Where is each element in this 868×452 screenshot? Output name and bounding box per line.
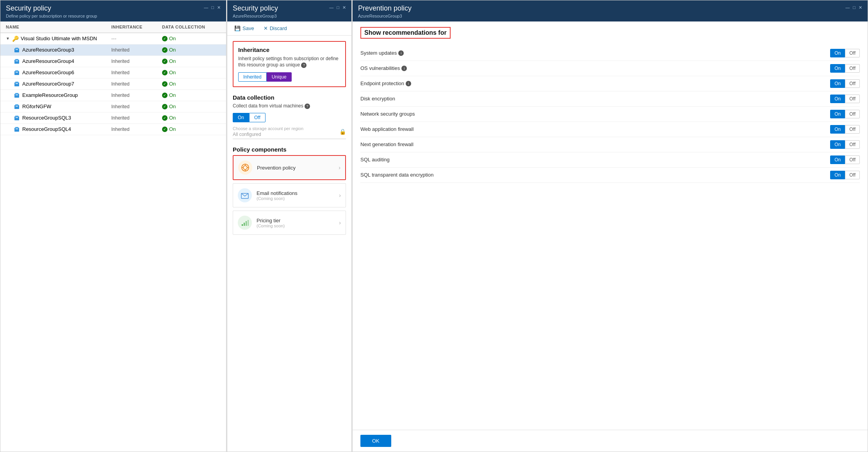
table-row[interactable]: AzureResourceGroup6 Inherited ✓ On bbox=[0, 67, 226, 79]
table-row[interactable]: ▼ 🔑 Visual Studio Ultimate with MSDN ---… bbox=[0, 33, 226, 45]
maximize-icon[interactable]: □ bbox=[337, 5, 339, 10]
svg-rect-14 bbox=[16, 95, 18, 95]
recommendation-row: Web application firewall On Off bbox=[360, 122, 860, 137]
recommendation-row: System updates i On Off bbox=[360, 46, 860, 61]
inheritance-section: Inheritance Inherit policy settings from… bbox=[233, 41, 346, 88]
prevention-policy-item[interactable]: Prevention policy › bbox=[233, 155, 346, 180]
panel2-toolbar: 💾 Save ✕ Discard bbox=[227, 21, 351, 36]
rec-on-button[interactable]: On bbox=[830, 125, 845, 134]
svg-rect-31 bbox=[242, 224, 243, 226]
pricing-tier-label: Pricing tier (Coming soon) bbox=[257, 218, 334, 228]
info-icon[interactable]: i bbox=[401, 66, 407, 71]
info-icon[interactable]: i bbox=[398, 50, 404, 56]
data-collection-off-button[interactable]: Off bbox=[249, 113, 266, 122]
storage-value: All configured bbox=[233, 132, 303, 137]
discard-icon: ✕ bbox=[264, 25, 268, 31]
resource-group-icon bbox=[14, 47, 20, 53]
close-icon[interactable]: ✕ bbox=[859, 5, 862, 10]
pricing-tier-item[interactable]: Pricing tier (Coming soon) › bbox=[233, 211, 346, 235]
inheritance-description: Inherit policy settings from subscriptio… bbox=[238, 55, 340, 69]
recommendation-row: Disk encryption On Off bbox=[360, 91, 860, 107]
rec-off-button[interactable]: Off bbox=[845, 110, 860, 118]
rec-off-button[interactable]: Off bbox=[845, 125, 860, 134]
row-status: ✓ On bbox=[162, 115, 221, 121]
check-icon: ✓ bbox=[162, 127, 168, 132]
email-notifications-chevron: › bbox=[339, 192, 341, 198]
row-status: ✓ On bbox=[162, 126, 221, 132]
check-icon: ✓ bbox=[162, 36, 168, 41]
minimize-icon[interactable]: — bbox=[329, 5, 333, 10]
panel2-window-controls: — □ ✕ bbox=[329, 5, 346, 10]
minimize-icon[interactable]: — bbox=[845, 5, 850, 10]
table-row[interactable]: ExampleResourceGroup Inherited ✓ On bbox=[0, 90, 226, 101]
maximize-icon[interactable]: □ bbox=[853, 5, 856, 10]
storage-label: Choose a storage account per region bbox=[233, 126, 303, 131]
row-inheritance: Inherited bbox=[111, 70, 162, 75]
svg-rect-20 bbox=[16, 117, 18, 118]
rec-label: Disk encryption bbox=[360, 96, 395, 102]
rec-off-button[interactable]: Off bbox=[845, 95, 860, 103]
minimize-icon[interactable]: — bbox=[204, 5, 208, 10]
discard-button[interactable]: ✕ Discard bbox=[262, 25, 289, 32]
row-status-label: On bbox=[169, 58, 176, 64]
rec-off-button[interactable]: Off bbox=[845, 79, 860, 88]
inheritance-help-icon[interactable]: ? bbox=[301, 63, 307, 68]
close-icon[interactable]: ✕ bbox=[217, 5, 221, 10]
row-label: AzureResourceGroup6 bbox=[22, 70, 74, 75]
table-row[interactable]: AzureResourceGroup7 Inherited ✓ On bbox=[0, 79, 226, 90]
rec-on-button[interactable]: On bbox=[830, 95, 845, 103]
table-row[interactable]: RGforNGFW Inherited ✓ On bbox=[0, 101, 226, 113]
inheritance-toggle-row: Inherited Unique bbox=[238, 72, 340, 82]
unique-button[interactable]: Unique bbox=[267, 72, 292, 82]
svg-point-25 bbox=[243, 166, 247, 170]
email-notifications-item[interactable]: Email notifications (Coming soon) › bbox=[233, 183, 346, 207]
panel1-window-controls: — □ ✕ bbox=[204, 5, 221, 10]
rec-on-button[interactable]: On bbox=[830, 171, 845, 179]
close-icon[interactable]: ✕ bbox=[342, 5, 346, 10]
rec-on-button[interactable]: On bbox=[830, 140, 845, 149]
data-collection-help-icon[interactable]: ? bbox=[305, 104, 310, 109]
rec-off-button[interactable]: Off bbox=[845, 140, 860, 149]
svg-rect-7 bbox=[15, 70, 18, 72]
rec-toggle: On Off bbox=[830, 49, 860, 57]
rec-on-button[interactable]: On bbox=[830, 155, 845, 164]
resource-group-icon bbox=[14, 115, 20, 121]
table-row[interactable]: ResourceGroupSQL3 Inherited ✓ On bbox=[0, 113, 226, 124]
ok-button[interactable]: OK bbox=[360, 435, 391, 447]
info-icon[interactable]: i bbox=[406, 81, 411, 86]
check-icon: ✓ bbox=[162, 59, 168, 64]
rec-off-button[interactable]: Off bbox=[845, 171, 860, 179]
rec-off-button[interactable]: Off bbox=[845, 155, 860, 164]
panel2-header: Security policy AzureResourceGroup3 — □ … bbox=[227, 0, 351, 21]
inherited-button[interactable]: Inherited bbox=[238, 72, 267, 82]
rec-toggle: On Off bbox=[830, 79, 860, 88]
row-label: AzureResourceGroup3 bbox=[22, 47, 74, 53]
show-recommendations-title: Show recommendations for bbox=[360, 27, 451, 39]
rec-on-button[interactable]: On bbox=[830, 49, 845, 57]
rec-off-button[interactable]: Off bbox=[845, 64, 860, 73]
rec-on-button[interactable]: On bbox=[830, 79, 845, 88]
panel2-content: Inheritance Inherit policy settings from… bbox=[227, 36, 351, 452]
rec-on-button[interactable]: On bbox=[830, 64, 845, 73]
rec-toggle: On Off bbox=[830, 125, 860, 134]
resource-group-table: NAME INHERITANCE DATA COLLECTION ▼ 🔑 Vis… bbox=[0, 21, 226, 452]
rec-on-button[interactable]: On bbox=[830, 110, 845, 118]
row-status-label: On bbox=[169, 104, 176, 109]
table-row[interactable]: AzureResourceGroup4 Inherited ✓ On bbox=[0, 56, 226, 67]
rec-off-button[interactable]: Off bbox=[845, 49, 860, 57]
row-status: ✓ On bbox=[162, 58, 221, 64]
data-collection-on-button[interactable]: On bbox=[233, 113, 249, 122]
maximize-icon[interactable]: □ bbox=[211, 5, 214, 10]
check-icon: ✓ bbox=[162, 81, 168, 87]
policy-components-section: Policy components Prevention policy › bbox=[233, 146, 346, 235]
table-row[interactable]: AzureResourceGroup3 Inherited ✓ On bbox=[0, 45, 226, 56]
col-inheritance: INHERITANCE bbox=[111, 25, 162, 29]
prevention-policy-icon bbox=[238, 161, 252, 175]
svg-rect-32 bbox=[244, 223, 245, 226]
save-button[interactable]: 💾 Save bbox=[233, 25, 256, 32]
table-row[interactable]: ResourceGroupSQL4 Inherited ✓ On bbox=[0, 124, 226, 135]
resource-group-icon bbox=[14, 58, 20, 64]
row-status-label: On bbox=[169, 47, 176, 53]
svg-rect-5 bbox=[16, 61, 18, 61]
svg-rect-10 bbox=[15, 82, 18, 83]
